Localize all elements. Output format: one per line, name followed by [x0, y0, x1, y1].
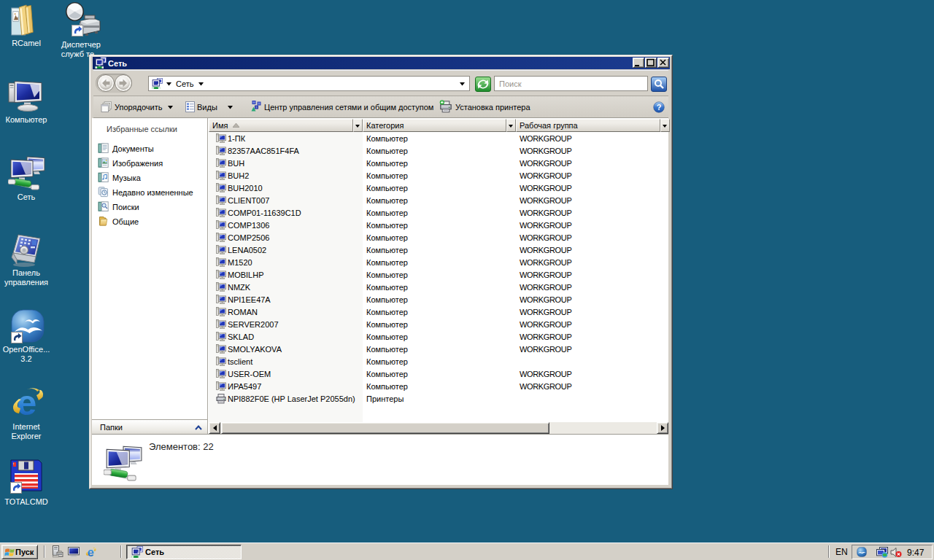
svg-text:e: e — [17, 385, 36, 421]
svg-text:↑: ↑ — [12, 462, 15, 466]
svg-text:e: e — [87, 546, 93, 559]
svg-text:?: ? — [657, 103, 662, 112]
